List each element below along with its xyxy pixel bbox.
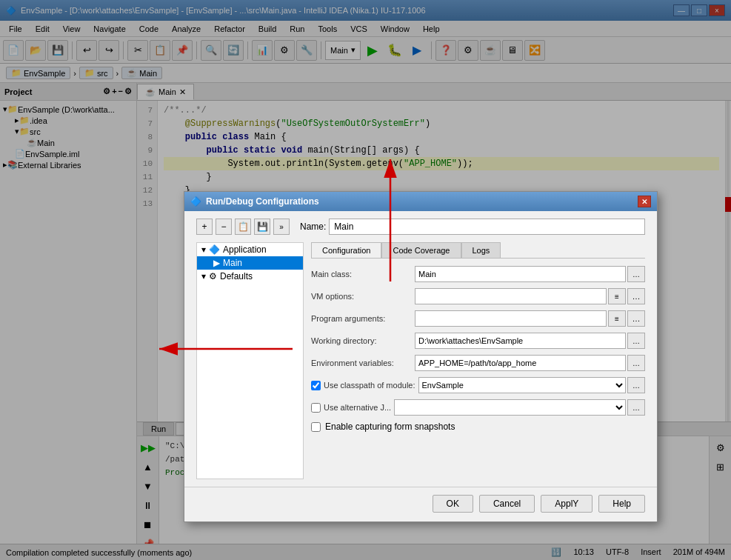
defaults-icon: ⚙ xyxy=(209,271,217,281)
capture-snapshots-row: Enable capturing form snapshots xyxy=(311,421,645,432)
dialog-ok-button[interactable]: OK xyxy=(433,495,473,513)
working-dir-input[interactable] xyxy=(415,333,626,349)
dialog-close-button[interactable]: ✕ xyxy=(638,196,651,207)
dialog-add-btn[interactable]: + xyxy=(196,219,213,235)
program-args-expand-btn[interactable]: ≡ xyxy=(608,310,626,327)
dialog-save-btn[interactable]: 💾 xyxy=(254,219,270,235)
name-input[interactable] xyxy=(329,219,645,235)
program-args-input[interactable] xyxy=(415,310,607,327)
tree-label-main-config: Main xyxy=(223,258,242,268)
dialog-tree-main[interactable]: ▶ Main xyxy=(197,256,303,270)
env-vars-browse-btn[interactable]: … xyxy=(627,355,645,371)
main-class-input[interactable] xyxy=(415,266,626,282)
program-args-browse-btn[interactable]: … xyxy=(627,310,645,327)
run-debug-dialog: 🔷 Run/Debug Configurations ✕ + − 📋 💾 » N… xyxy=(184,191,658,522)
classpath-select[interactable]: EnvSample xyxy=(418,377,626,393)
vm-options-browse-btn[interactable]: … xyxy=(627,288,645,304)
dialog-footer: OK Cancel ApplY Help xyxy=(184,487,657,521)
dialog-overlay: 🔷 Run/Debug Configurations ✕ + − 📋 💾 » N… xyxy=(0,0,731,560)
dialog-remove-btn[interactable]: − xyxy=(216,219,232,235)
dialog-help-button[interactable]: Help xyxy=(598,495,645,513)
alt-jre-select[interactable] xyxy=(394,399,626,416)
expand-icon-app: ▾ xyxy=(201,244,206,255)
env-vars-row: Environment variables: … xyxy=(311,355,645,371)
dialog-copy-btn[interactable]: 📋 xyxy=(235,219,251,235)
dialog-tree-panel: ▾ 🔷 Application ▶ Main ▾ ⚙ Defaults xyxy=(196,242,304,479)
capture-snapshots-label: Enable capturing form snapshots xyxy=(325,421,455,432)
working-dir-label: Working directory: xyxy=(311,336,415,345)
main-class-label: Main class: xyxy=(311,270,415,279)
alt-jre-checkbox[interactable] xyxy=(311,403,321,413)
classpath-label: Use classpath of module: xyxy=(324,381,415,390)
run-config-icon: ▶ xyxy=(213,258,220,268)
capture-snapshots-checkbox[interactable] xyxy=(311,422,321,432)
dialog-cancel-button[interactable]: Cancel xyxy=(479,495,535,513)
classpath-checkbox[interactable] xyxy=(311,381,321,390)
dialog-title-label: Run/Debug Configurations xyxy=(206,196,319,207)
tree-label-application: Application xyxy=(223,244,267,255)
vm-options-input[interactable] xyxy=(415,288,607,304)
vm-options-row: VM options: ≡ … xyxy=(311,288,645,304)
env-vars-input[interactable] xyxy=(415,355,626,371)
dialog-tab-logs[interactable]: Logs xyxy=(461,242,501,258)
dialog-tree-defaults[interactable]: ▾ ⚙ Defaults xyxy=(197,270,303,283)
dialog-tab-configuration[interactable]: Configuration xyxy=(311,242,381,258)
classpath-browse-btn[interactable]: … xyxy=(627,377,645,393)
env-vars-label: Environment variables: xyxy=(311,359,415,367)
working-dir-browse-btn[interactable]: … xyxy=(627,333,645,349)
vm-options-label: VM options: xyxy=(311,292,415,301)
expand-icon-defaults: ▾ xyxy=(201,271,206,281)
app-type-icon: 🔷 xyxy=(209,244,220,255)
dialog-more-btn[interactable]: » xyxy=(273,219,290,235)
working-dir-row: Working directory: … xyxy=(311,333,645,349)
dialog-apply-button[interactable]: ApplY xyxy=(541,495,593,513)
program-args-row: Program arguments: ≡ … xyxy=(311,310,645,327)
program-args-label: Program arguments: xyxy=(311,314,415,323)
vm-options-expand-btn[interactable]: ≡ xyxy=(608,288,626,304)
dialog-tree-application[interactable]: ▾ 🔷 Application xyxy=(197,243,303,256)
dialog-tab-code-coverage[interactable]: Code Coverage xyxy=(381,242,461,258)
name-label: Name: xyxy=(300,221,326,232)
classpath-row: Use classpath of module: EnvSample … xyxy=(311,377,645,393)
alt-jre-row: Use alternative J... … xyxy=(311,399,645,416)
dialog-toolbar: + − 📋 💾 » Name: xyxy=(196,219,645,235)
main-class-browse-btn[interactable]: … xyxy=(627,266,645,282)
dialog-config-panel: Configuration Code Coverage Logs Main cl… xyxy=(304,242,645,479)
dialog-title-bar: 🔷 Run/Debug Configurations ✕ xyxy=(184,192,657,211)
alt-jre-label: Use alternative J... xyxy=(324,403,391,412)
tree-label-defaults: Defaults xyxy=(220,271,253,281)
dialog-body: + − 📋 💾 » Name: ▾ 🔷 Application xyxy=(184,211,657,487)
dialog-main-area: ▾ 🔷 Application ▶ Main ▾ ⚙ Defaults xyxy=(196,242,645,479)
main-class-row: Main class: … xyxy=(311,266,645,282)
alt-jre-browse-btn[interactable]: … xyxy=(627,399,645,416)
dialog-icon: 🔷 xyxy=(190,196,201,207)
dialog-config-tabs: Configuration Code Coverage Logs xyxy=(311,242,645,259)
